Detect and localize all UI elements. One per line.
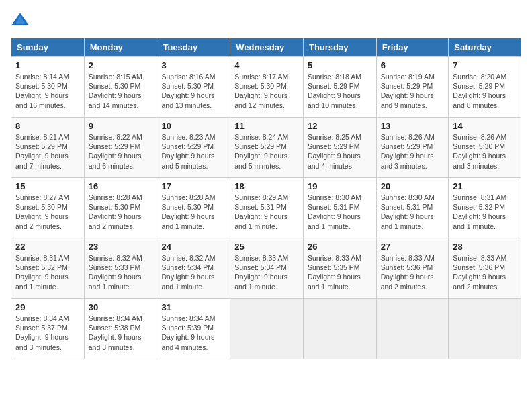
table-row: 7Sunrise: 8:20 AM Sunset: 5:29 PM Daylig… <box>449 57 521 118</box>
day-number: 31 <box>161 302 226 312</box>
day-info: Sunrise: 8:30 AM Sunset: 5:31 PM Dayligh… <box>308 193 372 231</box>
day-info: Sunrise: 8:29 AM Sunset: 5:31 PM Dayligh… <box>234 193 299 231</box>
calendar-row: 22Sunrise: 8:31 AM Sunset: 5:32 PM Dayli… <box>11 238 521 299</box>
table-row: 26Sunrise: 8:33 AM Sunset: 5:35 PM Dayli… <box>303 238 376 299</box>
header-saturday: Saturday <box>449 38 521 57</box>
table-row: 15Sunrise: 8:27 AM Sunset: 5:30 PM Dayli… <box>11 178 85 238</box>
day-number: 16 <box>89 181 153 191</box>
table-row: 12Sunrise: 8:25 AM Sunset: 5:29 PM Dayli… <box>303 118 376 178</box>
day-number: 28 <box>453 242 517 252</box>
header-tuesday: Tuesday <box>157 38 230 57</box>
calendar-header: SundayMondayTuesdayWednesdayThursdayFrid… <box>11 38 521 57</box>
day-info: Sunrise: 8:33 AM Sunset: 5:34 PM Dayligh… <box>234 253 299 291</box>
day-number: 13 <box>381 121 445 131</box>
header-row: SundayMondayTuesdayWednesdayThursdayFrid… <box>11 38 521 57</box>
table-row: 20Sunrise: 8:30 AM Sunset: 5:31 PM Dayli… <box>376 178 449 238</box>
logo-icon <box>11 11 30 30</box>
day-number: 23 <box>89 242 153 252</box>
table-row: 25Sunrise: 8:33 AM Sunset: 5:34 PM Dayli… <box>230 238 304 299</box>
table-row <box>449 299 521 359</box>
day-info: Sunrise: 8:33 AM Sunset: 5:36 PM Dayligh… <box>453 253 517 291</box>
table-row: 21Sunrise: 8:31 AM Sunset: 5:32 PM Dayli… <box>449 178 521 238</box>
day-number: 2 <box>89 60 153 71</box>
table-row: 31Sunrise: 8:34 AM Sunset: 5:39 PM Dayli… <box>157 299 230 359</box>
table-row: 19Sunrise: 8:30 AM Sunset: 5:31 PM Dayli… <box>303 178 376 238</box>
day-number: 19 <box>308 181 372 191</box>
table-row: 13Sunrise: 8:26 AM Sunset: 5:29 PM Dayli… <box>376 118 449 178</box>
day-number: 22 <box>15 242 80 252</box>
day-info: Sunrise: 8:33 AM Sunset: 5:36 PM Dayligh… <box>381 253 445 291</box>
day-info: Sunrise: 8:31 AM Sunset: 5:32 PM Dayligh… <box>15 253 80 291</box>
day-info: Sunrise: 8:34 AM Sunset: 5:37 PM Dayligh… <box>15 314 80 352</box>
day-number: 20 <box>381 181 445 191</box>
day-number: 17 <box>161 181 226 191</box>
table-row: 17Sunrise: 8:28 AM Sunset: 5:30 PM Dayli… <box>157 178 230 238</box>
calendar-row: 8Sunrise: 8:21 AM Sunset: 5:29 PM Daylig… <box>11 118 521 178</box>
table-row: 6Sunrise: 8:19 AM Sunset: 5:29 PM Daylig… <box>376 57 449 118</box>
day-number: 26 <box>308 242 372 252</box>
day-info: Sunrise: 8:18 AM Sunset: 5:29 PM Dayligh… <box>308 72 372 110</box>
day-number: 6 <box>381 60 445 71</box>
day-info: Sunrise: 8:31 AM Sunset: 5:32 PM Dayligh… <box>453 193 517 231</box>
day-info: Sunrise: 8:16 AM Sunset: 5:30 PM Dayligh… <box>161 72 226 110</box>
day-number: 7 <box>453 60 517 71</box>
day-number: 15 <box>15 181 80 191</box>
day-number: 18 <box>234 181 299 191</box>
table-row: 18Sunrise: 8:29 AM Sunset: 5:31 PM Dayli… <box>230 178 304 238</box>
table-row: 1Sunrise: 8:14 AM Sunset: 5:30 PM Daylig… <box>11 57 85 118</box>
table-row: 4Sunrise: 8:17 AM Sunset: 5:30 PM Daylig… <box>230 57 304 118</box>
table-row: 29Sunrise: 8:34 AM Sunset: 5:37 PM Dayli… <box>11 299 85 359</box>
day-number: 5 <box>308 60 372 71</box>
day-number: 29 <box>15 302 80 312</box>
day-number: 8 <box>15 121 80 131</box>
day-info: Sunrise: 8:33 AM Sunset: 5:35 PM Dayligh… <box>308 253 372 291</box>
calendar-row: 15Sunrise: 8:27 AM Sunset: 5:30 PM Dayli… <box>11 178 521 238</box>
day-number: 11 <box>234 121 299 131</box>
table-row <box>303 299 376 359</box>
day-number: 25 <box>234 242 299 252</box>
day-number: 1 <box>15 60 80 71</box>
header-wednesday: Wednesday <box>230 38 304 57</box>
table-row <box>376 299 449 359</box>
logo <box>11 11 32 30</box>
table-row: 22Sunrise: 8:31 AM Sunset: 5:32 PM Dayli… <box>11 238 85 299</box>
day-number: 14 <box>453 121 517 131</box>
header-monday: Monday <box>84 38 157 57</box>
header <box>11 11 521 30</box>
header-friday: Friday <box>376 38 449 57</box>
day-info: Sunrise: 8:15 AM Sunset: 5:30 PM Dayligh… <box>89 72 153 110</box>
day-info: Sunrise: 8:25 AM Sunset: 5:29 PM Dayligh… <box>308 132 372 171</box>
day-info: Sunrise: 8:21 AM Sunset: 5:29 PM Dayligh… <box>15 132 80 171</box>
day-info: Sunrise: 8:22 AM Sunset: 5:29 PM Dayligh… <box>89 132 153 171</box>
day-number: 10 <box>161 121 226 131</box>
day-number: 21 <box>453 181 517 191</box>
table-row: 28Sunrise: 8:33 AM Sunset: 5:36 PM Dayli… <box>449 238 521 299</box>
header-sunday: Sunday <box>11 38 85 57</box>
day-info: Sunrise: 8:19 AM Sunset: 5:29 PM Dayligh… <box>381 72 445 110</box>
day-info: Sunrise: 8:14 AM Sunset: 5:30 PM Dayligh… <box>15 72 80 110</box>
day-number: 27 <box>381 242 445 252</box>
day-info: Sunrise: 8:23 AM Sunset: 5:29 PM Dayligh… <box>161 132 226 171</box>
table-row: 30Sunrise: 8:34 AM Sunset: 5:38 PM Dayli… <box>84 299 157 359</box>
day-info: Sunrise: 8:32 AM Sunset: 5:34 PM Dayligh… <box>161 253 226 291</box>
table-row: 14Sunrise: 8:26 AM Sunset: 5:30 PM Dayli… <box>449 118 521 178</box>
day-info: Sunrise: 8:34 AM Sunset: 5:39 PM Dayligh… <box>161 314 226 352</box>
calendar-row: 29Sunrise: 8:34 AM Sunset: 5:37 PM Dayli… <box>11 299 521 359</box>
day-number: 3 <box>161 60 226 71</box>
table-row: 2Sunrise: 8:15 AM Sunset: 5:30 PM Daylig… <box>84 57 157 118</box>
table-row: 23Sunrise: 8:32 AM Sunset: 5:33 PM Dayli… <box>84 238 157 299</box>
day-number: 24 <box>161 242 226 252</box>
calendar-body: 1Sunrise: 8:14 AM Sunset: 5:30 PM Daylig… <box>11 57 521 359</box>
table-row: 9Sunrise: 8:22 AM Sunset: 5:29 PM Daylig… <box>84 118 157 178</box>
calendar-row: 1Sunrise: 8:14 AM Sunset: 5:30 PM Daylig… <box>11 57 521 118</box>
day-number: 12 <box>308 121 372 131</box>
day-info: Sunrise: 8:30 AM Sunset: 5:31 PM Dayligh… <box>381 193 445 231</box>
day-info: Sunrise: 8:28 AM Sunset: 5:30 PM Dayligh… <box>161 193 226 231</box>
day-info: Sunrise: 8:26 AM Sunset: 5:30 PM Dayligh… <box>453 132 517 171</box>
table-row: 3Sunrise: 8:16 AM Sunset: 5:30 PM Daylig… <box>157 57 230 118</box>
day-info: Sunrise: 8:32 AM Sunset: 5:33 PM Dayligh… <box>89 253 153 291</box>
day-info: Sunrise: 8:28 AM Sunset: 5:30 PM Dayligh… <box>89 193 153 231</box>
day-number: 4 <box>234 60 299 71</box>
table-row: 27Sunrise: 8:33 AM Sunset: 5:36 PM Dayli… <box>376 238 449 299</box>
day-info: Sunrise: 8:27 AM Sunset: 5:30 PM Dayligh… <box>15 193 80 231</box>
